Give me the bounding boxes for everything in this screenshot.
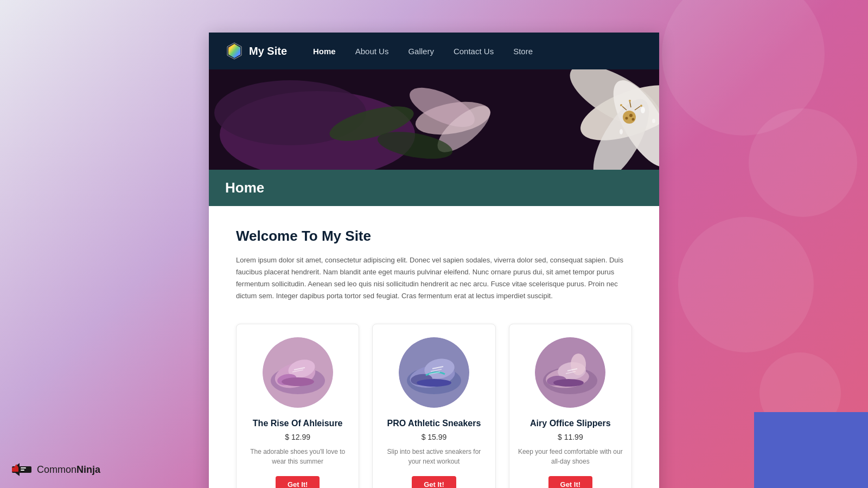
product-desc-2: Slip into best active sneakers for your … (381, 447, 486, 466)
svg-point-12 (629, 100, 631, 102)
product-image-1 (263, 337, 333, 408)
svg-marker-55 (15, 473, 20, 476)
product-card-3: Airy Office Slippers $ 11.99 Keep your f… (509, 324, 632, 488)
product-price-1: $ 12.99 (285, 433, 310, 441)
intro-paragraph: Lorem ipsum dolor sit amet, consectetur … (236, 254, 632, 302)
svg-point-7 (623, 111, 636, 124)
svg-marker-1 (228, 44, 240, 58)
svg-point-14 (640, 105, 642, 107)
product-card-1: The Rise Of Ahleisure $ 12.99 The adorab… (236, 324, 359, 488)
svg-point-16 (620, 104, 622, 106)
hero-banner (209, 69, 659, 170)
product-image-2 (399, 337, 469, 408)
get-it-button-2[interactable]: Get It! (412, 476, 456, 488)
page-title: Home (225, 179, 643, 196)
product-image-wrap-3 (535, 337, 605, 408)
nav-link-contact[interactable]: Contact Us (444, 41, 503, 61)
product-image-wrap-1 (263, 337, 333, 408)
main-content: Welcome To My Site Lorem ipsum dolor sit… (209, 206, 659, 488)
svg-point-49 (553, 379, 584, 387)
page-title-bar: Home (209, 170, 659, 206)
nav-item-about[interactable]: About Us (346, 41, 399, 61)
svg-rect-58 (12, 467, 18, 472)
svg-point-8 (629, 114, 633, 117)
nav-link-about[interactable]: About Us (346, 41, 399, 61)
product-title-3: Airy Office Slippers (530, 419, 611, 428)
svg-point-9 (626, 117, 628, 120)
nav-link-home[interactable]: Home (303, 41, 346, 61)
nav-list: Home About Us Gallery Contact Us Store (303, 41, 542, 61)
nav-link-store[interactable]: Store (503, 41, 542, 61)
svg-rect-57 (21, 470, 24, 471)
nav-item-store[interactable]: Store (503, 41, 542, 61)
get-it-button-1[interactable]: Get It! (276, 476, 320, 488)
product-price-3: $ 11.99 (558, 433, 583, 441)
footer-brand-text: CommonNinja (37, 464, 100, 476)
welcome-title: Welcome To My Site (236, 228, 632, 245)
product-desc-3: Keep your feed comfortable with our all-… (518, 447, 623, 466)
svg-point-19 (652, 119, 655, 123)
nav-item-gallery[interactable]: Gallery (398, 41, 444, 61)
svg-point-17 (641, 107, 645, 113)
products-grid: The Rise Of Ahleisure $ 12.99 The adorab… (236, 324, 632, 488)
product-card-2: PRO Athletic Sneakers $ 15.99 Slip into … (372, 324, 495, 488)
svg-point-18 (620, 129, 623, 134)
get-it-button-3[interactable]: Get It! (548, 476, 593, 488)
hero-flower-image (209, 69, 659, 170)
svg-point-40 (417, 379, 451, 387)
nav-link-gallery[interactable]: Gallery (398, 41, 444, 61)
brand-link[interactable]: My Site (225, 42, 287, 60)
footer-brand: CommonNinja (11, 462, 100, 477)
common-ninja-logo-icon (11, 462, 33, 477)
nav-item-contact[interactable]: Contact Us (444, 41, 503, 61)
product-image-3 (535, 337, 605, 408)
navbar: My Site Home About Us Gallery Contact Us… (209, 33, 659, 69)
product-desc-1: The adorable shoes you'll love to wear t… (245, 447, 350, 466)
product-title-2: PRO Athletic Sneakers (387, 419, 481, 428)
svg-point-32 (282, 377, 314, 386)
svg-point-10 (632, 118, 635, 121)
nav-item-home[interactable]: Home (303, 41, 346, 61)
brand-logo-icon (225, 42, 244, 60)
svg-rect-56 (21, 467, 26, 468)
brand-name-text: My Site (249, 45, 287, 57)
product-image-wrap-2 (399, 337, 469, 408)
product-title-1: The Rise Of Ahleisure (253, 419, 343, 428)
product-price-2: $ 15.99 (422, 433, 447, 441)
